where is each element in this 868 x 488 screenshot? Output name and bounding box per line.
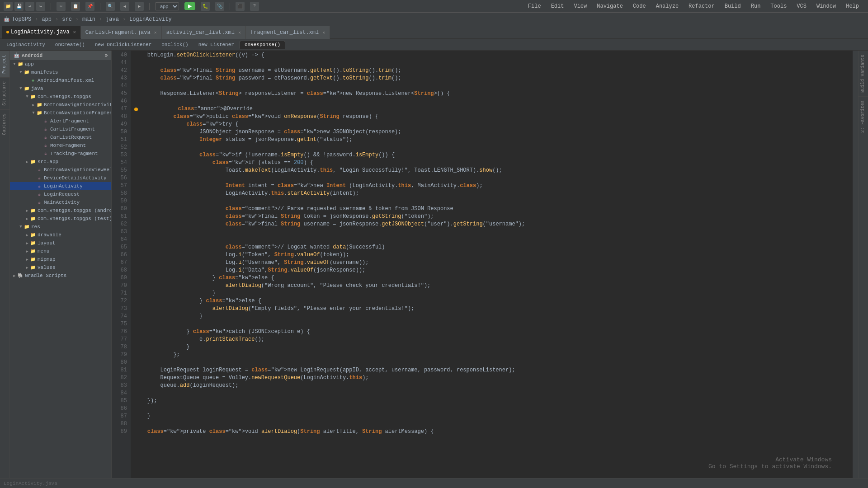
- line-number: 74: [115, 313, 127, 320]
- tab-close-fragment-car-list[interactable]: ✕: [322, 30, 325, 35]
- attach-icon[interactable]: 📎: [215, 2, 224, 11]
- menu-tools[interactable]: Tools: [769, 2, 788, 10]
- run-button[interactable]: ▶: [184, 2, 195, 10]
- tree-item-label: CarListRequest: [50, 135, 92, 140]
- sidebar-item-morefragment[interactable]: ☕MoreFragment: [10, 141, 111, 150]
- stop-icon[interactable]: ⬛: [236, 2, 245, 11]
- method-tab-onclicklistener[interactable]: new OnClickListener: [90, 41, 156, 48]
- menu-vcs[interactable]: VCS: [795, 2, 808, 10]
- help-icon[interactable]: ?: [250, 2, 259, 11]
- code-text: [134, 405, 137, 413]
- tab-activity-car-list[interactable]: activity_car_list.xml ✕: [162, 26, 246, 39]
- sidebar-item-com-vnetgps-topgps--test-[interactable]: ▶📁com.vnetgps.topgps (test): [10, 215, 111, 223]
- sidebar-item-mainactivity[interactable]: ☕MainActivity: [10, 198, 111, 206]
- tab-close-carlistfragment[interactable]: ✕: [154, 30, 157, 35]
- code-scroll[interactable]: 4041424344454647484950515253545556575859…: [112, 51, 853, 478]
- code-line: class="annot">@Override: [134, 105, 849, 113]
- sidebar-item-bottomnavigationfragments[interactable]: ▼📁BottomNavigationFragments: [10, 109, 111, 117]
- tab-close-loginactivity[interactable]: ✕: [73, 29, 76, 35]
- debug-icon[interactable]: 🐛: [201, 2, 210, 11]
- sidebar-item-bottomnavigationactivities[interactable]: ▶📁BottomNavigationActivities: [10, 101, 111, 109]
- toolbar-icon-1[interactable]: 📁: [4, 2, 13, 11]
- toolbar-icon-3[interactable]: ↩: [25, 2, 34, 11]
- sidebar-item-layout[interactable]: ▶📁layout: [10, 239, 111, 247]
- sidebar-item-java[interactable]: ▼📁java: [10, 84, 111, 93]
- tab-carlistfragment[interactable]: CarListFragment.java ✕: [81, 26, 162, 39]
- sidebar-item-mipmap[interactable]: ▶📁mipmap: [10, 255, 111, 263]
- sidebar-gear-icon[interactable]: ⚙: [104, 52, 108, 58]
- sidebar-item-src-app[interactable]: ▶📁src.app: [10, 158, 111, 166]
- app-selector[interactable]: app: [155, 2, 179, 10]
- line-number: 84: [115, 389, 127, 397]
- code-line: class="kw">final String username = jsonR…: [134, 221, 849, 228]
- side-btn-favorites[interactable]: 2: Favorites: [859, 96, 868, 136]
- nav-java[interactable]: java: [106, 16, 119, 23]
- forward-icon[interactable]: ▶: [135, 2, 144, 11]
- sidebar-item-devicedetailsactivity[interactable]: ☕DeviceDetailsActivity: [10, 174, 111, 182]
- sidebar-item-com-vnetgps-topgps--androidtest-[interactable]: ▶📁com.vnetgps.topgps (androidTest): [10, 206, 111, 215]
- method-tab-newlistener[interactable]: new Listener: [194, 41, 239, 48]
- sidebar-item-gradle-scripts[interactable]: ▶🐘Gradle Scripts: [10, 272, 111, 280]
- toolbar-icon-4[interactable]: ↪: [36, 2, 45, 11]
- sidebar-item-trackingfragment[interactable]: ☕TrackingFragment: [10, 150, 111, 158]
- sidebar-item-app[interactable]: ▼📁app: [10, 60, 111, 68]
- tab-close-activity-car-list[interactable]: ✕: [238, 30, 241, 35]
- side-btn-structure[interactable]: Structure: [0, 77, 9, 109]
- menu-navigate[interactable]: Navigate: [595, 2, 625, 10]
- copy-icon[interactable]: 📋: [71, 2, 80, 11]
- sidebar-item-com-vnetgps-topgps[interactable]: ▼📁com.vnetgps.topgps: [10, 93, 111, 101]
- sidebar-item-values[interactable]: ▶📁values: [10, 263, 111, 272]
- tree-icon: 📁: [30, 216, 36, 222]
- tree-icon: ☕: [42, 134, 49, 141]
- sidebar-item-loginactivity[interactable]: ☕LoginActivity: [10, 182, 111, 190]
- side-btn-captures[interactable]: Captures: [0, 109, 9, 139]
- code-text: [134, 389, 137, 397]
- sidebar-item-carlistfragment[interactable]: ☕CarListFragment: [10, 125, 111, 133]
- search-icon[interactable]: 🔍: [106, 2, 115, 11]
- code-line: btnLogin.setOnClickListener((v) -> {: [134, 52, 849, 59]
- menu-edit[interactable]: Edit: [549, 2, 566, 10]
- sidebar-item-loginrequest[interactable]: ☕LoginRequest: [10, 190, 111, 198]
- paste-icon[interactable]: 📌: [85, 2, 94, 11]
- sidebar-item-drawable[interactable]: ▶📁drawable: [10, 231, 111, 239]
- menu-refactor[interactable]: Refactor: [687, 2, 717, 10]
- nav-src-label: src: [62, 16, 72, 23]
- side-btn-build-variants[interactable]: Build Variants: [859, 51, 868, 96]
- menu-code[interactable]: Code: [631, 2, 648, 10]
- tab-fragment-car-list[interactable]: fragment_car_list.xml ✕: [246, 26, 330, 39]
- code-text: [134, 59, 137, 67]
- cut-icon[interactable]: ✂: [57, 2, 66, 11]
- tab-loginactivity[interactable]: LoginActivity.java ✕: [2, 26, 81, 39]
- method-tab-onresponse[interactable]: onResponse(): [240, 41, 285, 49]
- menu-build[interactable]: Build: [723, 2, 743, 10]
- nav-app[interactable]: app: [42, 16, 52, 23]
- nav-src[interactable]: src: [62, 16, 72, 23]
- sidebar-item-carlistrequest[interactable]: ☕CarListRequest: [10, 133, 111, 141]
- menu-run[interactable]: Run: [749, 2, 763, 10]
- sidebar-item-menu[interactable]: ▶📁menu: [10, 247, 111, 255]
- sidebar-item-manifests[interactable]: ▼📁manifests: [10, 68, 111, 76]
- method-tab-onclick[interactable]: onClick(): [157, 41, 193, 48]
- menu-help[interactable]: Help: [844, 2, 861, 10]
- line-number: 49: [115, 121, 127, 128]
- line-number: 60: [115, 205, 127, 213]
- sidebar-item-res[interactable]: ▼📁res: [10, 223, 111, 231]
- menu-file[interactable]: File: [526, 2, 543, 10]
- menu-analyze[interactable]: Analyze: [654, 2, 680, 10]
- sidebar-item-androidmanifest-xml[interactable]: ◈AndroidManifest.xml: [10, 76, 111, 84]
- method-tab-loginactivity[interactable]: LoginActivity: [2, 41, 50, 48]
- nav-main[interactable]: main: [82, 16, 95, 23]
- tree-arrow: [24, 78, 30, 83]
- method-tab-oncreate[interactable]: onCreate(): [51, 41, 90, 48]
- menu-view[interactable]: View: [572, 2, 589, 10]
- side-btn-project[interactable]: Project: [0, 51, 9, 77]
- nav-topgps[interactable]: 🤖 TopGPS: [4, 16, 31, 23]
- sidebar-item-alertfragment[interactable]: ☕AlertFragment: [10, 117, 111, 125]
- menu-window[interactable]: Window: [815, 2, 838, 10]
- sidebar-item-bottomnavigationviewhelper[interactable]: ☕BottomNavigationViewHelper: [10, 166, 111, 174]
- back-icon[interactable]: ◀: [120, 2, 129, 11]
- nav-java-label: java: [106, 16, 119, 23]
- code-text: class="kw">final String token = jsonResp…: [134, 213, 434, 221]
- toolbar-icon-2[interactable]: 💾: [14, 2, 24, 11]
- nav-loginactivity[interactable]: LoginActivity: [129, 16, 172, 23]
